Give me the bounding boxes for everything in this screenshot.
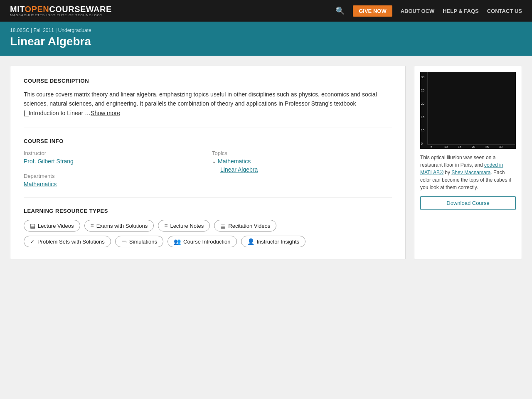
tag-instructor-insights[interactable]: 👤 Instructor Insights [241,236,306,247]
problem-sets-icon: ✓ [30,238,35,245]
tag-label-problem-sets: Problem Sets with Solutions [37,239,105,245]
topics-col: Topics ⌄ Mathematics Linear Algebra [212,150,392,187]
department-link[interactable]: Mathematics [24,181,57,187]
recitation-icon: ▤ [220,222,226,229]
tag-problem-sets[interactable]: ✓ Problem Sets with Solutions [24,236,111,247]
download-course-button[interactable]: Download Course [420,196,516,210]
instructor-col: Instructor Prof. Gilbert Strang Departme… [24,150,204,187]
course-banner: 18.06SC | Fall 2011 | Undergraduate Line… [0,22,532,56]
svg-text:10: 10 [444,145,448,148]
svg-text:30: 30 [499,145,502,148]
svg-text:10: 10 [421,129,424,132]
course-description-text: This course covers matrix theory and lin… [24,90,392,118]
logo-text: MITOPENCOURSEWARE [10,5,112,14]
divider-2 [24,197,392,198]
description-body: This course covers matrix theory and lin… [24,91,377,116]
topic-parent-link[interactable]: Mathematics [218,158,251,165]
tag-label-notes: Lecture Notes [170,223,204,229]
logo-courseware: COURSEWARE [49,5,112,14]
caption-by: by [443,170,451,175]
svg-text:25: 25 [421,89,424,92]
tag-label-simulations: Simulations [129,239,157,245]
topics-label: Topics [212,150,392,156]
divider-1 [24,128,392,128]
header-nav: 🔍 GIVE NOW ABOUT OCW HELP & FAQS CONTACT… [335,5,522,17]
departments-label: Departments [24,173,204,179]
tags-row-1: ▤ Lecture Videos ≡ Exams with Solutions … [24,220,392,232]
show-more-link[interactable]: Show more [91,110,120,116]
notes-icon: ≡ [164,222,167,229]
side-card: 5 10 15 20 25 30 5 10 15 20 25 30 This o… [414,66,522,259]
svg-text:15: 15 [421,116,424,118]
topic-child-link[interactable]: Linear Algebra [220,166,258,173]
instructor-insights-icon: 👤 [247,238,254,245]
course-info-grid: Instructor Prof. Gilbert Strang Departme… [24,150,392,187]
department-value: Mathematics [24,181,204,187]
course-description-section: COURSE DESCRIPTION This course covers ma… [24,78,392,118]
give-now-button[interactable]: GIVE NOW [353,5,392,17]
image-caption: This optical illusion was seen on a rest… [420,154,516,191]
tag-lecture-notes[interactable]: ≡ Lecture Notes [158,220,210,232]
tag-recitation-videos[interactable]: ▤ Recitation Videos [214,220,276,232]
tag-label-instructor-insights: Instructor Insights [257,239,300,245]
tag-label-course-intro: Course Introduction [183,239,230,245]
site-logo[interactable]: MITOPENCOURSEWARE MASSACHUSETTS INSTITUT… [10,5,112,17]
simulations-icon: ▭ [121,238,127,245]
svg-text:30: 30 [421,76,424,79]
svg-text:25: 25 [485,145,489,148]
instructor-value: Prof. Gilbert Strang [24,158,204,165]
lecture-video-icon: ▤ [30,222,35,229]
course-intro-icon: 👥 [174,238,181,245]
tags-row-2: ✓ Problem Sets with Solutions ▭ Simulati… [24,236,392,247]
learning-resource-title: LEARNING RESOURCE TYPES [24,208,392,214]
exams-icon: ≡ [91,222,94,229]
svg-rect-6 [420,72,516,149]
tag-label-lecture-videos: Lecture Videos [38,223,74,229]
svg-text:5: 5 [431,145,432,148]
chevron-down-icon: ⌄ [212,158,216,164]
course-meta: 18.06SC | Fall 2011 | Undergraduate [10,27,522,33]
nav-about[interactable]: ABOUT OCW [401,8,435,14]
logo-open: OPEN [25,5,49,14]
course-info-section: COURSE INFO Instructor Prof. Gilbert Str… [24,138,392,187]
tag-course-intro[interactable]: 👥 Course Introduction [167,236,236,247]
logo-mit: MIT [10,5,25,14]
tag-label-recitation: Recitation Videos [228,223,270,229]
course-image: 5 10 15 20 25 30 5 10 15 20 25 30 [420,72,516,149]
tag-exams-solutions[interactable]: ≡ Exams with Solutions [84,220,154,232]
macnamara-link[interactable]: Shev Macnamara [451,170,490,175]
svg-text:5: 5 [421,142,423,145]
course-description-title: COURSE DESCRIPTION [24,78,392,84]
optical-illusion-svg: 5 10 15 20 25 30 5 10 15 20 25 30 [420,72,516,149]
header: MITOPENCOURSEWARE MASSACHUSETTS INSTITUT… [0,0,532,22]
instructor-link[interactable]: Prof. Gilbert Strang [24,158,74,165]
search-icon[interactable]: 🔍 [335,6,345,15]
nav-help[interactable]: HELP & FAQS [443,8,478,14]
tag-label-exams: Exams with Solutions [96,223,148,229]
svg-text:20: 20 [472,145,475,148]
instructor-label: Instructor [24,150,204,156]
tag-lecture-videos[interactable]: ▤ Lecture Videos [24,220,80,232]
logo-subtitle: MASSACHUSETTS INSTITUTE OF TECHNOLOGY [10,14,112,17]
svg-text:20: 20 [421,102,424,105]
learning-resource-section: LEARNING RESOURCE TYPES ▤ Lecture Videos… [24,208,392,247]
course-card: COURSE DESCRIPTION This course covers ma… [10,66,406,259]
svg-text:15: 15 [458,145,461,148]
nav-contact[interactable]: CONTACT US [487,8,522,14]
topic-parent-row: ⌄ Mathematics [212,158,392,165]
course-info-title: COURSE INFO [24,138,392,144]
main-content: COURSE DESCRIPTION This course covers ma… [0,56,532,269]
course-title: Linear Algebra [10,35,522,48]
tag-simulations[interactable]: ▭ Simulations [115,236,163,247]
